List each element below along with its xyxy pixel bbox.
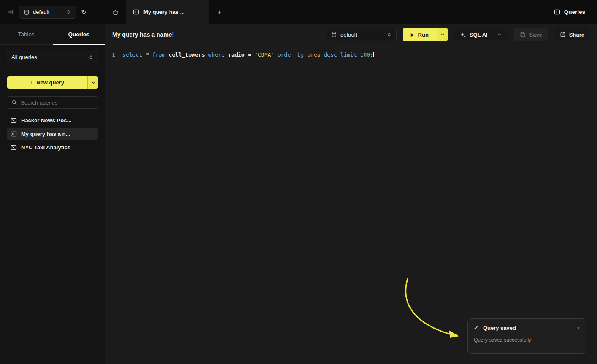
close-icon: ×	[577, 325, 580, 332]
query-item-label: Hacker News Pos...	[21, 117, 71, 124]
new-query-label: New query	[36, 79, 64, 86]
queries-panel-label: Queries	[564, 9, 585, 15]
sql-token: from	[152, 51, 168, 58]
query-list-item[interactable]: Hacker News Pos...	[7, 114, 98, 126]
run-button-group: ▶ Run	[403, 28, 448, 41]
sql-token: area	[307, 51, 324, 58]
sql-token: select	[122, 51, 146, 58]
sql-token: *	[146, 51, 152, 58]
plus-icon: +	[30, 79, 33, 86]
tabstrip: My query has ... +	[105, 0, 230, 24]
line-number: 1	[105, 51, 116, 59]
sql-token: ;	[370, 51, 373, 58]
code-line: 1 select * from cell_towers where radio …	[105, 51, 597, 59]
sql-token: desc	[324, 51, 340, 58]
queries-filter-select[interactable]: All queries	[7, 51, 98, 63]
editor-pane: My query has a name! default	[105, 24, 597, 364]
collapse-sidebar-icon[interactable]	[7, 8, 14, 16]
chevron-down-icon[interactable]	[497, 32, 502, 37]
sql-ai-label: SQL AI	[470, 32, 488, 38]
topbar: default ↻	[0, 0, 597, 24]
refresh-icon[interactable]: ↻	[81, 8, 86, 16]
tab-queries[interactable]: Queries	[53, 24, 105, 44]
run-button[interactable]: ▶ Run	[403, 28, 437, 41]
home-button[interactable]	[105, 0, 126, 24]
database-selector[interactable]: default	[19, 6, 76, 19]
sql-token: order	[278, 51, 297, 58]
query-icon	[133, 9, 139, 15]
new-tab-button[interactable]: +	[209, 0, 230, 24]
save-icon	[520, 32, 526, 38]
editor-header: My query has a name! default	[105, 24, 597, 45]
query-list-item[interactable]: My query has a n...	[7, 128, 98, 140]
query-icon	[554, 9, 560, 15]
sidebar: Tables Queries All queries + New query	[0, 24, 105, 364]
run-label: Run	[418, 32, 429, 38]
sql-token: by	[297, 51, 307, 58]
queries-filter-value: All queries	[11, 54, 37, 60]
share-button[interactable]: Share	[554, 28, 590, 41]
query-title: My query has a name!	[112, 31, 174, 38]
queries-panel-button[interactable]: Queries	[554, 0, 597, 24]
query-list: Hacker News Pos... My query has a n...	[7, 114, 98, 153]
home-icon	[112, 9, 119, 16]
tab-tables-label: Tables	[18, 31, 35, 38]
sql-token: cell_towers	[169, 51, 208, 58]
updown-caret-icon	[66, 9, 71, 15]
database-selector-value: default	[33, 9, 49, 15]
sidebar-tabs: Tables Queries	[0, 24, 105, 45]
sql-token: limit	[340, 51, 360, 58]
sql-token: 100	[360, 51, 370, 58]
query-icon	[11, 144, 17, 151]
topbar-left: default ↻	[0, 0, 105, 24]
sql-token: =	[248, 51, 254, 58]
save-label: Save	[529, 32, 542, 38]
search-icon	[11, 100, 17, 105]
toast-message: Query saved successfully	[474, 337, 580, 343]
editor-database-selector[interactable]: default	[327, 28, 397, 41]
editor-controls: default ▶ Run	[327, 28, 590, 41]
share-label: Share	[569, 32, 584, 38]
sql-token: where	[208, 51, 228, 58]
text-cursor	[373, 52, 374, 57]
tab-my-query[interactable]: My query has ...	[126, 0, 209, 24]
app-root: default ↻	[0, 0, 597, 364]
database-icon	[24, 9, 30, 15]
tab-tables[interactable]: Tables	[0, 24, 53, 44]
check-icon: ✓	[474, 325, 478, 331]
updown-caret-icon	[88, 54, 94, 60]
search-input[interactable]	[21, 100, 95, 106]
sparkles-icon	[460, 32, 466, 38]
query-icon	[11, 117, 17, 124]
new-query-caret[interactable]	[88, 76, 98, 89]
sidebar-body: All queries + New query	[0, 45, 105, 153]
tab-title: My query has ...	[143, 9, 185, 15]
sql-code[interactable]: select * from cell_towers where radio = …	[122, 51, 374, 59]
editor-database-value: default	[340, 32, 357, 38]
toast-query-saved: ✓ Query saved × Query saved successfully	[467, 318, 586, 354]
search-box	[7, 96, 98, 109]
sql-token: 'CDMA'	[254, 51, 278, 58]
toast-header: ✓ Query saved ×	[474, 325, 580, 331]
toast-title: Query saved	[483, 325, 516, 331]
tab-queries-label: Queries	[68, 31, 89, 38]
sql-ai-button[interactable]: SQL AI	[454, 28, 508, 41]
toast-close-button[interactable]: ×	[577, 325, 580, 331]
database-icon	[331, 32, 337, 38]
updown-caret-icon	[386, 32, 392, 38]
play-icon: ▶	[411, 32, 414, 38]
new-query-main[interactable]: + New query	[7, 76, 87, 89]
query-icon	[11, 131, 17, 137]
sql-token: radio	[228, 51, 248, 58]
query-list-item[interactable]: NYC Taxi Analytics	[7, 141, 98, 153]
new-query-button[interactable]: + New query	[7, 76, 98, 89]
query-item-label: NYC Taxi Analytics	[21, 144, 70, 151]
plus-icon: +	[217, 8, 222, 16]
share-icon	[560, 32, 566, 38]
run-options-caret[interactable]	[437, 28, 448, 41]
query-item-label: My query has a n...	[21, 131, 70, 137]
save-button[interactable]: Save	[514, 28, 548, 41]
sql-editor[interactable]: 1 select * from cell_towers where radio …	[105, 45, 597, 59]
button-divider	[492, 28, 492, 41]
